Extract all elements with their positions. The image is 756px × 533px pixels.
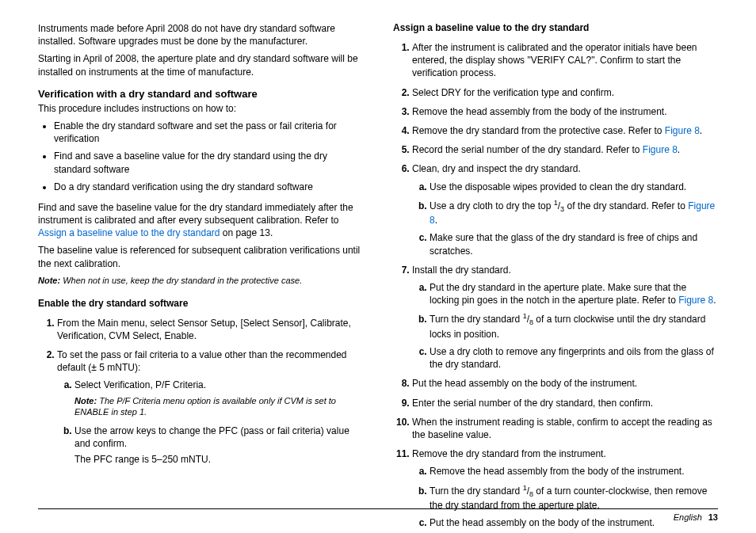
assign-baseline-link[interactable]: Assign a baseline value to the dry stand… [38,227,220,238]
find-save-paragraph: Find and save the baseline value for the… [38,201,363,240]
list-item: Select Verification, P/F Criteria. Note:… [74,379,363,418]
pfc-range-text: The PFC range is 5–250 mNTU. [74,453,363,466]
text: Turn the dry standard [430,485,523,497]
text: . [435,215,437,226]
list-item: Clean, dry and inspect the dry standard.… [412,162,718,257]
list-item: After the instrument is calibrated and t… [412,41,718,80]
list-item: Record the serial number of the dry stan… [412,143,718,156]
note-label: Note: [38,276,60,285]
list-item: Use a dry cloth to remove any fingerprin… [430,345,718,371]
enable-software-heading: Enable the dry standard software [38,298,363,309]
list-item: Remove the head assembly from the body o… [412,105,718,118]
text: . [713,295,716,306]
footer-page-number: 13 [708,512,718,522]
list-item: Select DRY for the verification type and… [412,86,718,99]
step-text: Remove the dry standard from the instrum… [412,448,606,459]
step-text: To set the pass or fail criteria to a va… [57,349,347,373]
right-column: Assign a baseline value to the dry stand… [393,22,718,533]
left-column: Instruments made before April 2008 do no… [38,22,363,533]
text: . [678,144,680,155]
figure-8-link[interactable]: Figure 8 [643,144,678,155]
bullet-item: Find and save a baseline value for the d… [54,150,363,175]
note-protective-case: Note: When not in use, keep the dry stan… [38,275,363,287]
list-item: Use the arrow keys to change the PFC (pa… [74,424,363,466]
text: Turn the dry standard [430,314,523,325]
figure-8-link[interactable]: Figure 8 [665,125,700,136]
step-text: Install the dry standard. [412,265,511,276]
text: Remove the dry standard from the protect… [412,125,665,136]
fraction-numerator: 1 [523,484,527,492]
footer-language: English [674,512,702,522]
verification-bullet-list: Enable the dry standard software and set… [38,120,363,193]
note-text: When not in use, keep the dry standard i… [60,276,302,285]
list-item: Turn the dry standard 1/8 of a turn cloc… [430,311,718,341]
note-pf-criteria: Note: The P/F Criteria menu option is av… [74,395,363,419]
baseline-paragraph: The baseline value is referenced for sub… [38,244,363,269]
clean-substeps: Use the disposable wipes provided to cle… [412,181,718,257]
step-text: Use the arrow keys to change the PFC (pa… [74,425,349,449]
text: of the dry standard. Refer to [564,200,688,211]
assign-baseline-heading: Assign a baseline value to the dry stand… [393,22,718,33]
bullet-item: Do a dry standard verification using the… [54,181,363,193]
page-body: Instruments made before April 2008 do no… [0,0,756,533]
list-item: Use the disposable wipes provided to cle… [430,181,718,193]
assign-steps-list: After the instrument is calibrated and t… [393,41,718,533]
enable-substeps: Select Verification, P/F Criteria. Note:… [57,379,363,465]
fraction-numerator: 1 [523,312,527,320]
step-text: Clean, dry and inspect the dry standard. [412,163,581,174]
figure-8-link[interactable]: Figure 8 [678,295,713,306]
text: Find and save the baseline value for the… [38,202,353,226]
list-item: Remove the dry standard from the protect… [412,124,718,137]
enable-steps-list: From the Main menu, select Sensor Setup,… [38,317,363,466]
list-item: Put the head assembly on the body of the… [412,377,718,390]
list-item: To set the pass or fail criteria to a va… [57,348,363,466]
list-item: Enter the serial number of the dry stand… [412,397,718,409]
install-substeps: Put the dry standard in the aperture pla… [412,281,718,371]
intro-paragraph-1: Instruments made before April 2008 do no… [38,22,363,48]
list-item: Turn the dry standard 1/8 of a turn coun… [430,483,718,512]
note-label: Note: [74,396,97,405]
text: Record the serial number of the dry stan… [412,144,643,155]
note-text: The P/F Criteria menu option is availabl… [74,396,336,417]
text: on page 13. [220,227,273,238]
bullet-item: Enable the dry standard software and set… [54,120,363,145]
fraction-numerator: 1 [554,199,558,207]
verification-heading: Verification with a dry standard and sof… [38,88,363,100]
list-item: When the instrument reading is stable, c… [412,416,718,441]
text: Use a dry cloth to dry the top [430,200,554,211]
text: . [700,125,702,136]
text: Put the dry standard in the aperture pla… [430,282,686,306]
list-item: Install the dry standard. Put the dry st… [412,264,718,371]
list-item: Remove the head assembly from the body o… [430,465,718,478]
list-item: Put the dry standard in the aperture pla… [430,281,718,306]
list-item: Make sure that the glass of the dry stan… [430,231,718,257]
list-item: From the Main menu, select Sensor Setup,… [57,317,363,342]
step-text: Select Verification, P/F Criteria. [74,379,206,390]
verification-intro: This procedure includes instructions on … [38,102,363,115]
list-item: Use a dry cloth to dry the top 1/3 of th… [430,198,718,227]
page-footer: English13 [38,508,718,522]
intro-paragraph-2: Starting in April of 2008, the aperture … [38,52,363,78]
